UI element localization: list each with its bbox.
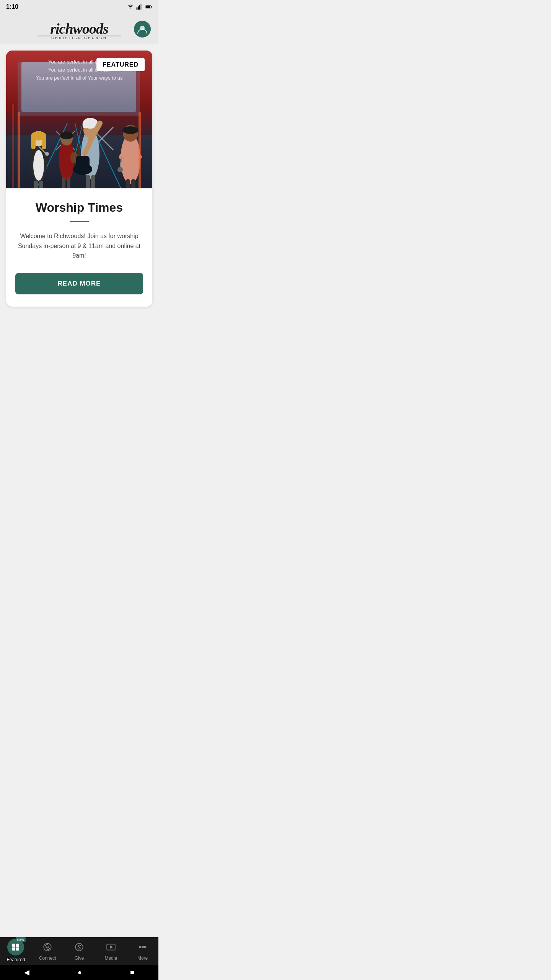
- svg-point-33: [60, 132, 73, 139]
- card-body: Worship Times Welcome to Richwoods! Join…: [6, 188, 152, 307]
- svg-rect-2: [139, 5, 140, 10]
- svg-rect-1: [138, 7, 139, 10]
- signal-icon: [136, 4, 143, 10]
- svg-rect-60: [18, 112, 20, 188]
- svg-rect-50: [76, 156, 90, 171]
- app-header: richwoods CHRISTIAN CHURCH: [0, 14, 158, 44]
- svg-rect-30: [39, 181, 43, 188]
- svg-rect-37: [67, 177, 70, 188]
- card-divider: [70, 221, 89, 222]
- wifi-icon: [127, 4, 134, 10]
- svg-rect-58: [126, 179, 130, 188]
- svg-rect-46: [86, 175, 90, 188]
- card-title: Worship Times: [15, 201, 143, 215]
- richwoods-logo-svg: richwoods CHRISTIAN CHURCH: [29, 19, 129, 39]
- svg-rect-59: [131, 179, 135, 188]
- svg-point-53: [122, 126, 139, 134]
- svg-text:richwoods: richwoods: [50, 21, 108, 37]
- svg-rect-3: [140, 4, 142, 10]
- svg-rect-36: [62, 177, 65, 188]
- svg-rect-61: [139, 112, 141, 188]
- svg-point-22: [33, 150, 44, 181]
- svg-rect-26: [42, 136, 46, 149]
- svg-rect-47: [91, 175, 95, 188]
- status-time: 1:10: [6, 3, 18, 10]
- read-more-button[interactable]: READ MORE: [15, 273, 143, 294]
- svg-rect-29: [34, 181, 38, 188]
- card-description: Welcome to Richwoods! Join us for worshi…: [15, 231, 143, 261]
- svg-rect-62: [12, 104, 14, 188]
- battery-icon: [145, 4, 152, 10]
- status-icons: [127, 4, 152, 10]
- status-bar: 1:10: [0, 0, 158, 14]
- featured-card: You are perfect in all of Your You are p…: [6, 51, 152, 307]
- svg-rect-25: [31, 136, 36, 149]
- featured-badge: FEATURED: [96, 58, 145, 71]
- svg-rect-5: [146, 6, 150, 8]
- logo-text: richwoods CHRISTIAN CHURCH: [29, 19, 129, 39]
- logo: richwoods CHRISTIAN CHURCH: [29, 19, 129, 39]
- svg-rect-0: [137, 7, 138, 10]
- profile-button[interactable]: [134, 21, 151, 38]
- profile-icon: [137, 24, 148, 34]
- svg-text:CHRISTIAN CHURCH: CHRISTIAN CHURCH: [51, 36, 107, 39]
- svg-point-56: [117, 167, 123, 172]
- card-image: You are perfect in all of Your You are p…: [6, 51, 152, 188]
- svg-point-28: [45, 152, 49, 156]
- main-content: You are perfect in all of Your You are p…: [0, 44, 158, 337]
